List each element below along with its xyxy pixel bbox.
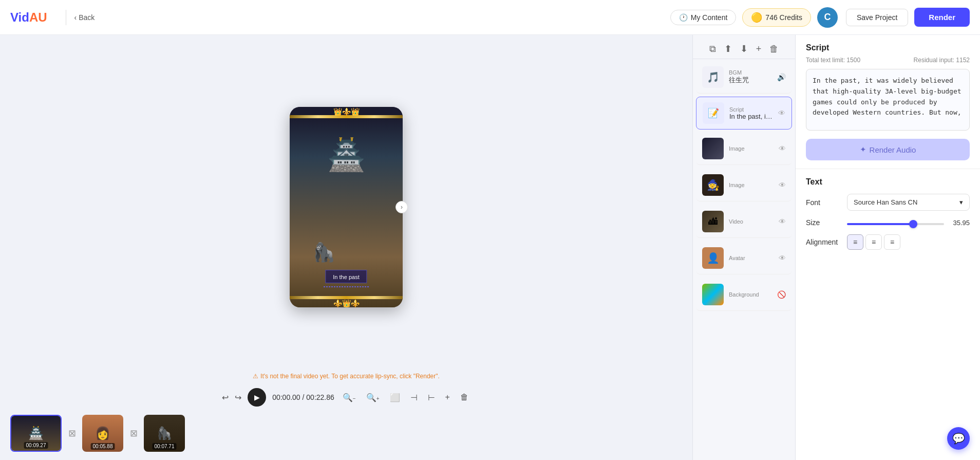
- align-right-button[interactable]: ≡: [884, 234, 900, 250]
- track-video[interactable]: 🏙 Video 👁: [696, 206, 792, 238]
- avatar-thumb: 👤: [702, 247, 724, 269]
- redo-button[interactable]: ↪: [235, 393, 241, 402]
- align-left-button[interactable]: ≡: [847, 234, 863, 250]
- timeline-thumb-3[interactable]: 🦍 00:07.71: [144, 415, 185, 452]
- track-avatar[interactable]: 👤 Avatar 👁: [696, 242, 792, 274]
- total-time: 00:22.86: [306, 393, 334, 401]
- video-info: Video: [729, 218, 774, 225]
- playback-controls: ↩ ↪ ▶ 00:00.00 / 00:22.86 🔍− 🔍+ ⬜ ⊣ ⊢ + …: [0, 384, 692, 411]
- copy-track-button[interactable]: ⧉: [709, 44, 716, 54]
- my-content-button[interactable]: 🕐 My Content: [670, 10, 737, 25]
- render-audio-label: Render Audio: [870, 145, 916, 154]
- size-row: Size 35.95: [806, 218, 970, 227]
- header: VidAU ‹ Back 🕐 My Content 🟡 746 Credits …: [0, 0, 980, 35]
- chat-support-button[interactable]: 💬: [947, 427, 970, 450]
- add-clip-button[interactable]: +: [443, 391, 452, 404]
- image1-info: Image: [729, 145, 774, 152]
- split-left-button[interactable]: ⊣: [408, 391, 420, 404]
- image1-thumb: [702, 138, 724, 159]
- avatar[interactable]: C: [817, 7, 838, 28]
- image2-label: Image: [729, 182, 774, 188]
- residual-label: Residual input: 1152: [914, 57, 970, 64]
- background-thumb: [702, 284, 724, 305]
- timeline-thumb-1[interactable]: 🏯 00:09.27: [10, 415, 62, 452]
- track-background[interactable]: Background 🚫: [696, 279, 792, 311]
- sparkle-icon: ✦: [860, 145, 866, 154]
- warning-message: ⚠ It's not the final video yet. To get a…: [253, 373, 440, 380]
- track-script[interactable]: 📝 Script In the past, it ... 👁: [696, 97, 792, 130]
- timeline-thumb-2[interactable]: 👩 00:05.88: [82, 415, 123, 452]
- script-section: Script Total text limit: 1500 Residual i…: [796, 35, 980, 169]
- transition-1[interactable]: ⊠: [64, 415, 80, 451]
- move-down-button[interactable]: ⬇: [740, 43, 748, 54]
- image2-info: Image: [729, 182, 774, 188]
- play-icon: ▶: [254, 393, 260, 401]
- save-project-button[interactable]: Save Project: [846, 9, 908, 26]
- render-button[interactable]: Render: [914, 8, 970, 27]
- background-label: Background: [729, 291, 772, 298]
- alignment-row: Alignment ≡ ≡ ≡: [806, 234, 970, 250]
- script-name: In the past, it ...: [729, 113, 773, 120]
- zoom-out-button[interactable]: 🔍−: [341, 391, 358, 404]
- play-button[interactable]: ▶: [248, 388, 266, 407]
- image1-label: Image: [729, 145, 774, 152]
- credits-label: 746 Credits: [765, 13, 802, 22]
- current-time: 00:00.00: [272, 393, 300, 401]
- script-thumb: 📝: [703, 102, 724, 124]
- track-image-1[interactable]: Image 👁: [696, 133, 792, 165]
- track-panel: ⧉ ⬆ ⬇ + 🗑 🎵 BGM 往生咒 🔊 📝 Script In the: [692, 35, 795, 460]
- bgm-thumb: 🎵: [702, 66, 724, 88]
- back-label: Back: [79, 13, 95, 22]
- main-area: › 👑⚜️👑 🏯 🦍 In th: [0, 35, 980, 460]
- undo-button[interactable]: ↩: [222, 393, 229, 402]
- font-value: Source Han Sans CN: [854, 198, 917, 206]
- time-display: 00:00.00 / 00:22.86: [272, 393, 334, 401]
- fit-button[interactable]: ⬜: [388, 391, 402, 404]
- avatar-visibility-toggle[interactable]: 👁: [779, 254, 786, 262]
- video-visibility-toggle[interactable]: 👁: [779, 217, 786, 226]
- font-row: Font Source Han Sans CN ▾: [806, 194, 970, 211]
- center-panel: › 👑⚜️👑 🏯 🦍 In th: [0, 35, 692, 460]
- align-center-button[interactable]: ≡: [865, 234, 882, 250]
- image2-thumb: 🧙: [702, 174, 724, 196]
- font-label: Font: [806, 198, 847, 207]
- my-content-label: My Content: [691, 13, 728, 22]
- script-section-title: Script: [806, 43, 970, 52]
- thumb-time-2: 00:05.88: [91, 443, 115, 450]
- logo: VidAU: [10, 10, 47, 25]
- collapse-track-button[interactable]: ›: [395, 201, 408, 213]
- font-select-dropdown[interactable]: Source Han Sans CN ▾: [847, 194, 970, 211]
- avatar-letter: C: [824, 12, 831, 23]
- coin-icon: 🟡: [751, 12, 762, 23]
- render-label: Render: [929, 13, 955, 22]
- track-bgm[interactable]: 🎵 BGM 往生咒 🔊: [696, 61, 792, 94]
- render-audio-button[interactable]: ✦ Render Audio: [806, 139, 970, 160]
- split-right-button[interactable]: ⊢: [426, 391, 437, 404]
- background-visibility-toggle[interactable]: 🚫: [777, 290, 786, 299]
- script-meta: Total text limit: 1500 Residual input: 1…: [806, 57, 970, 64]
- add-track-button[interactable]: +: [756, 44, 762, 54]
- clock-icon: 🕐: [679, 13, 688, 22]
- image1-visibility-toggle[interactable]: 👁: [779, 144, 786, 153]
- music-note-icon: 🎵: [707, 71, 720, 83]
- delete-clip-button[interactable]: 🗑: [458, 391, 470, 404]
- script-icon: 📝: [708, 107, 719, 119]
- bgm-visibility-toggle[interactable]: 🔊: [777, 73, 786, 81]
- credits-button[interactable]: 🟡 746 Credits: [742, 8, 811, 27]
- header-divider: [66, 10, 66, 25]
- transition-2[interactable]: ⊠: [125, 415, 142, 451]
- script-visibility-toggle[interactable]: 👁: [778, 109, 785, 117]
- video-label: Video: [729, 218, 774, 225]
- move-up-button[interactable]: ⬆: [724, 43, 732, 54]
- script-info: Script In the past, it ...: [729, 106, 773, 120]
- track-image-2[interactable]: 🧙 Image 👁: [696, 169, 792, 201]
- alignment-label: Alignment: [806, 238, 847, 246]
- size-slider[interactable]: [847, 223, 944, 225]
- back-button[interactable]: ‹ Back: [74, 13, 95, 22]
- script-textarea[interactable]: [806, 69, 970, 131]
- avatar-info: Avatar: [729, 255, 774, 261]
- image2-visibility-toggle[interactable]: 👁: [779, 181, 786, 189]
- bgm-info: BGM 往生咒: [729, 69, 772, 85]
- zoom-in-button[interactable]: 🔍+: [364, 391, 382, 404]
- delete-track-button[interactable]: 🗑: [769, 44, 779, 54]
